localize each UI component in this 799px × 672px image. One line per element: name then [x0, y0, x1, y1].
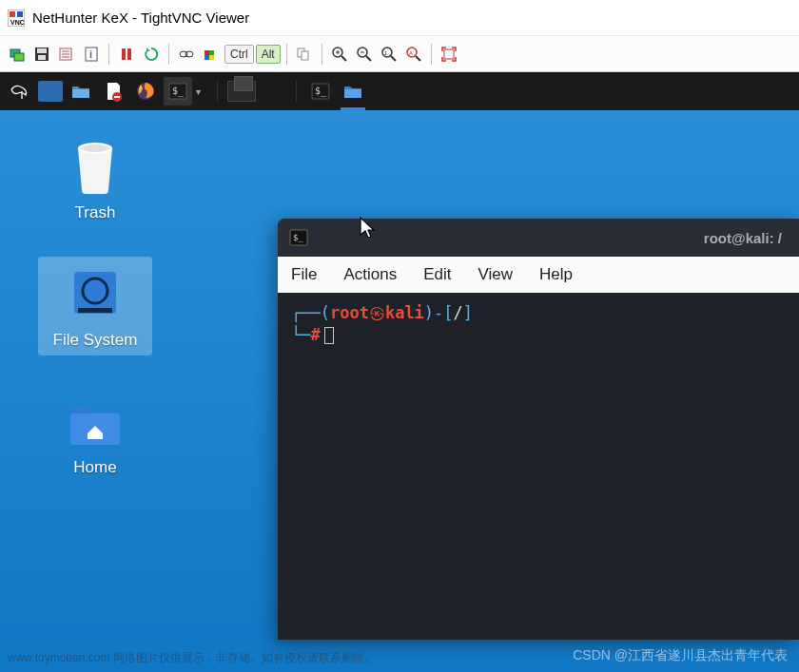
toolbar-separator: [108, 44, 109, 65]
svg-rect-20: [209, 50, 214, 55]
svg-rect-2: [17, 11, 23, 17]
trash-label: Trash: [75, 203, 116, 222]
svg-rect-38: [444, 49, 454, 59]
zoom-in-button[interactable]: [328, 43, 351, 66]
ctrl-esc-button[interactable]: [200, 43, 223, 66]
taskbar-terminal[interactable]: $_: [306, 78, 335, 105]
svg-line-33: [391, 56, 396, 61]
svg-text:$_: $_: [315, 86, 327, 97]
panel-separator: [217, 80, 218, 103]
trash-bin-icon: [65, 135, 126, 196]
terminal-launcher[interactable]: $_: [164, 77, 192, 106]
svg-line-36: [416, 56, 420, 61]
new-connection-button[interactable]: [6, 43, 29, 66]
menu-help[interactable]: Help: [539, 265, 573, 284]
kali-menu-button[interactable]: [6, 77, 34, 106]
svg-text:$_: $_: [293, 233, 303, 242]
terminal-titlebar[interactable]: $_ root@kali: /: [278, 219, 799, 257]
filesystem-icon[interactable]: File System: [38, 257, 152, 355]
menu-edit[interactable]: Edit: [423, 265, 451, 284]
remote-desktop-viewport: $_ ▾ $_ Trash File System: [0, 72, 799, 672]
svg-rect-47: [344, 89, 361, 98]
toolbar-separator: [431, 44, 432, 65]
home-icon[interactable]: Home: [38, 384, 152, 483]
svg-rect-15: [122, 48, 126, 60]
transfer-button[interactable]: [293, 43, 316, 66]
home-label: Home: [73, 458, 116, 477]
text-editor-launcher[interactable]: [99, 77, 127, 106]
svg-point-49: [82, 144, 108, 152]
panel-separator: [296, 80, 297, 103]
prompt-line-2: └─#: [291, 324, 786, 346]
svg-rect-41: [114, 96, 120, 98]
svg-point-18: [185, 51, 193, 57]
svg-line-30: [366, 56, 371, 61]
svg-text:A: A: [409, 50, 413, 56]
trash-icon[interactable]: Trash: [38, 129, 152, 228]
svg-text:i: i: [89, 48, 92, 60]
pause-button[interactable]: [115, 43, 138, 66]
options-button[interactable]: [55, 43, 78, 66]
svg-rect-8: [38, 55, 46, 60]
desktop-icons-area: Trash File System Home: [38, 129, 152, 483]
menu-file[interactable]: File: [291, 265, 317, 284]
svg-text:1: 1: [384, 50, 388, 56]
alt-key-button[interactable]: Alt: [256, 45, 281, 64]
vnc-toolbar: i Ctrl Alt 1 A: [0, 36, 799, 72]
ctrl-key-button[interactable]: Ctrl: [224, 45, 254, 64]
svg-rect-1: [10, 11, 15, 17]
terminal-icon: $_: [289, 228, 308, 247]
svg-line-26: [341, 56, 346, 61]
show-desktop-button[interactable]: [38, 81, 63, 102]
svg-rect-5: [14, 53, 24, 61]
window-title: NetHunter KeX - TightVNC Viewer: [32, 10, 249, 26]
taskbar-filemanager[interactable]: [339, 78, 367, 105]
svg-rect-16: [127, 48, 131, 60]
toolbar-separator: [286, 44, 287, 65]
terminal-body[interactable]: ┌──(root㉿kali)-[/] └─#: [278, 293, 799, 640]
filesystem-label: File System: [53, 331, 138, 350]
fullscreen-button[interactable]: [438, 43, 460, 66]
ctrl-alt-del-button[interactable]: [175, 43, 198, 66]
save-button[interactable]: [30, 43, 53, 66]
file-manager-launcher[interactable]: [67, 77, 95, 106]
svg-rect-52: [78, 308, 112, 313]
vnc-app-icon: VNC: [8, 10, 25, 27]
svg-text:VNC: VNC: [10, 19, 25, 26]
watermark-source: www.toymoban.com 网络图片仅供展示，非存储。如有侵权请联系删除。: [8, 650, 376, 666]
firefox-launcher[interactable]: [131, 77, 160, 106]
svg-rect-24: [302, 51, 308, 60]
svg-text:$_: $_: [172, 86, 185, 97]
svg-rect-22: [209, 55, 214, 60]
svg-rect-19: [205, 50, 209, 55]
info-button[interactable]: i: [80, 43, 103, 66]
svg-rect-7: [37, 48, 47, 53]
zoom-auto-button[interactable]: A: [402, 43, 425, 66]
kali-top-panel: $_ ▾ $_: [0, 72, 799, 110]
svg-rect-39: [72, 89, 89, 98]
workspace-switcher[interactable]: [227, 81, 256, 102]
toolbar-separator: [322, 44, 322, 65]
terminal-title: root@kali: /: [704, 230, 782, 246]
refresh-button[interactable]: [140, 43, 163, 66]
zoom-100-button[interactable]: 1: [378, 43, 400, 66]
prompt-line-1: ┌──(root㉿kali)-[/]: [291, 302, 786, 324]
launcher-dropdown[interactable]: ▾: [196, 86, 207, 97]
watermark-author: CSDN @江西省遂川县杰出青年代表: [573, 647, 788, 664]
home-folder-icon: [65, 390, 126, 451]
disk-icon: [65, 262, 126, 323]
toolbar-separator: [168, 44, 169, 65]
terminal-menubar: File Actions Edit View Help: [278, 257, 799, 293]
terminal-window[interactable]: $_ root@kali: / File Actions Edit View H…: [278, 219, 799, 640]
terminal-cursor: [324, 327, 334, 344]
menu-actions[interactable]: Actions: [343, 265, 397, 284]
zoom-out-button[interactable]: [353, 43, 376, 66]
svg-rect-21: [205, 55, 209, 60]
menu-view[interactable]: View: [477, 265, 513, 284]
window-titlebar: VNC NetHunter KeX - TightVNC Viewer: [0, 0, 799, 36]
